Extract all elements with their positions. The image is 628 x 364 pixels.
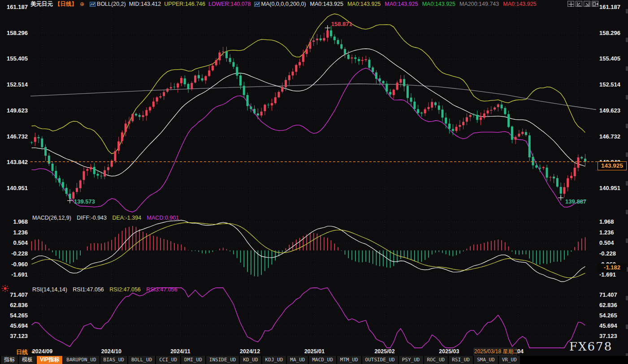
symbol-name: 美元日元 xyxy=(30,0,53,8)
boll-lower-value: LOWER:140.078 xyxy=(208,1,251,7)
macd-axis-label: 1.236 xyxy=(0,230,28,236)
toolbar-tab-ma_ud[interactable]: MA_UD xyxy=(287,356,308,364)
date-label: 2024/10 xyxy=(101,348,121,355)
main-axis-label: 155.405 xyxy=(599,56,620,62)
date-axis: 日线 ▲ 2024/092024/102024/112024/122025/01… xyxy=(0,348,628,356)
macd-axis-label: 0.504 xyxy=(599,240,614,246)
toolbar-tab-rsi_ud[interactable]: RSI_UD xyxy=(449,356,473,364)
toolbar-tab-模板[interactable]: 模板 xyxy=(19,356,36,364)
toolbar-tab-roc_ud[interactable]: ROC_UD xyxy=(424,356,448,364)
pane-axis-right-icon[interactable] xyxy=(584,1,590,7)
date-label: 2025/01 xyxy=(304,348,325,355)
macd-axis-label: -1.691 xyxy=(599,272,616,278)
rsi-axis-label: 54.265 xyxy=(0,312,28,319)
rsi-axis-label: 37.123 xyxy=(599,333,617,339)
chart-window-controls xyxy=(567,1,598,7)
period-tag[interactable]: 【日线】 xyxy=(55,0,77,8)
macd-axis-label: 1.236 xyxy=(599,230,614,236)
toolbar-tab-barupdn_ud[interactable]: BARUPDN_UD xyxy=(63,356,99,364)
boll-label: BOLL(20,2) xyxy=(97,1,126,7)
toolbar-tab-kdj_ud[interactable]: KDJ_UD xyxy=(262,356,286,364)
toolbar-tab-vr_ud[interactable]: VR_UD xyxy=(499,356,520,364)
ma-value: MA0:143.925 xyxy=(385,1,418,7)
toolbar-tab-psy_ud[interactable]: PSY_UD xyxy=(399,356,423,364)
extreme-price-label: 158.871 xyxy=(331,21,352,27)
date-label: 2024/11 xyxy=(170,348,191,355)
period-selector[interactable]: 日线 xyxy=(16,348,28,356)
move-icon[interactable] xyxy=(567,1,574,7)
rsi-axis-label: 71.407 xyxy=(599,292,617,298)
macd-axis-label: 1.968 xyxy=(599,219,614,225)
macd-dea-value: DEA:-1.394 xyxy=(113,215,142,221)
main-axis-label: 152.514 xyxy=(0,82,28,88)
macd-axis-label: -0.960 xyxy=(0,261,28,268)
main-axis-label: 146.732 xyxy=(599,134,620,140)
rsi-pane-header: RSI(14,14,14) RSI1:47.056 RSI2:47.056 RS… xyxy=(32,286,178,293)
toolbar-tab-cci_ud[interactable]: CCI_UD xyxy=(156,356,180,364)
exit-fullscreen-icon[interactable] xyxy=(592,1,598,7)
pane-axis-left-icon[interactable] xyxy=(576,1,582,7)
ma-chart-icon xyxy=(254,2,260,7)
add-indicator-icon[interactable]: ⊕ xyxy=(80,1,84,7)
extreme-price-label: 139.573 xyxy=(74,198,95,205)
rsi-title: RSI(14,14,14) xyxy=(32,286,67,293)
main-axis-label: 140.951 xyxy=(599,185,620,191)
boll-mid-value: MID:143.412 xyxy=(129,1,161,7)
ma-value: MA200:149.743 xyxy=(459,1,499,7)
macd-axis-label: -1.691 xyxy=(0,272,28,278)
main-axis-label: 155.405 xyxy=(0,56,28,62)
date-label: 2024/12 xyxy=(240,348,260,355)
macd-pane-header: MACD(26,12,9) DIFF:-0.943 DEA:-1.394 MAC… xyxy=(32,215,179,221)
alert-sun-icon[interactable] xyxy=(1,285,9,292)
toolbar-tab-dmi_ud[interactable]: DMI_UD xyxy=(181,356,205,364)
main-axis-label: 143.842 xyxy=(0,159,28,165)
toolbar-tab-指标[interactable]: 指标 xyxy=(1,356,18,364)
toolbar-tab-vip指标[interactable]: VIP指标 xyxy=(37,356,62,364)
macd-diff-value: DIFF:-0.943 xyxy=(77,215,107,221)
toolbar-tab-sma_ud[interactable]: SMA_UD xyxy=(474,356,498,364)
toolbar-tab-outside_ud[interactable]: OUTSIDE_UD xyxy=(362,356,398,364)
ma-value: MA0:143.925 xyxy=(503,1,536,7)
toolbar-tab-bias_ud[interactable]: BIAS_UD xyxy=(100,356,127,364)
macd-macd-value: MACD:0.901 xyxy=(147,215,179,221)
main-axis-label: 161.187 xyxy=(599,4,620,10)
main-axis-label: 158.296 xyxy=(0,30,28,36)
rsi-axis-label: 37.123 xyxy=(0,333,28,339)
rsi-axis-label: 45.694 xyxy=(599,323,617,329)
rsi-axis-label: 45.694 xyxy=(0,323,28,329)
main-axis-label: 146.732 xyxy=(0,134,28,140)
rsi2-value: RSI2:47.056 xyxy=(109,286,141,293)
main-axis-label: 161.187 xyxy=(0,4,28,10)
main-axis-label: 152.514 xyxy=(599,82,620,88)
macd-axis-label: 0.504 xyxy=(0,240,28,246)
main-axis-label: 158.296 xyxy=(599,30,620,36)
extreme-price-label: 139.887 xyxy=(565,198,586,205)
trading-chart-app: 美元日元 【日线】 ⊕ BOLL(20,2) MID:143.412 UPPER… xyxy=(0,0,628,364)
macd-cursor-box: -1.182 xyxy=(598,264,627,272)
toolbar-tab-boll_ud[interactable]: BOLL_UD xyxy=(128,356,155,364)
boll-upper-value: UPPER:146.746 xyxy=(164,1,205,7)
rsi1-value: RSI1:47.056 xyxy=(73,286,104,293)
rsi3-value: RSI3:47.056 xyxy=(146,286,178,293)
toolbar-tab-mtm_ud[interactable]: MTM_UD xyxy=(337,356,361,364)
macd-axis-label: -0.228 xyxy=(0,251,28,257)
cursor-date-box: 2025/03/18 星期二 xyxy=(474,348,517,355)
boll-chart-icon xyxy=(90,2,95,7)
rsi-axis-label: 71.407 xyxy=(0,292,28,298)
indicator-toolbar: 指标模板VIP指标BARUPDN_UDBIAS_UDBOLL_UDCCI_UDD… xyxy=(0,356,628,364)
ma-values: MA0:143.925MA0:143.925MA0:143.925MA0:143… xyxy=(306,1,537,7)
macd-title: MACD(26,12,9) xyxy=(32,215,71,221)
chart-canvas[interactable] xyxy=(0,0,628,364)
toolbar-tab-kd_ud[interactable]: KD_UD xyxy=(240,356,261,364)
rsi-axis-label: 54.265 xyxy=(599,312,617,319)
toolbar-tab-inside_ud[interactable]: INSIDE_UD xyxy=(206,356,239,364)
rsi-axis-label: 62.836 xyxy=(599,302,617,308)
ma-value: MA0:143.925 xyxy=(347,1,381,7)
current-price-box: 143.925 xyxy=(598,161,627,170)
main-axis-label: 149.623 xyxy=(0,108,28,114)
ma-value: MA0:143.925 xyxy=(422,1,455,7)
toolbar-tab-macd_ud[interactable]: MACD_UD xyxy=(309,356,336,364)
ma-label: MA(0,0,0,0,200,0) xyxy=(261,1,306,7)
chart-header: 美元日元 【日线】 ⊕ BOLL(20,2) MID:143.412 UPPER… xyxy=(30,0,537,8)
date-label: 2024/09 xyxy=(32,348,52,355)
